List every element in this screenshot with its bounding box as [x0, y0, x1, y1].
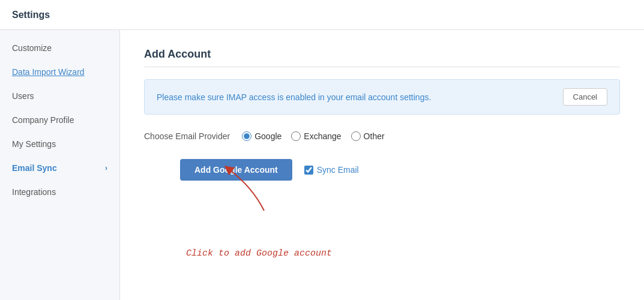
- page-title: Settings: [12, 10, 50, 20]
- sync-email-text: Sync Email: [317, 165, 359, 175]
- radio-exchange-label: Exchange: [304, 131, 341, 141]
- sidebar-item-label: Email Sync: [12, 163, 57, 173]
- section-title: Add Account: [144, 48, 620, 61]
- sidebar-item-label: Data Import Wizard: [12, 67, 85, 77]
- sync-email-label[interactable]: Sync Email: [304, 165, 359, 175]
- sidebar-item-data-import-wizard[interactable]: Data Import Wizard: [0, 60, 119, 84]
- annotation-text: Click to add Google account: [186, 248, 332, 259]
- info-banner-text: Please make sure IMAP access is enabled …: [157, 92, 431, 102]
- provider-row: Choose Email Provider Google Exchange Ot…: [144, 131, 620, 141]
- sidebar-item-integrations[interactable]: Integrations: [0, 180, 119, 204]
- info-banner: Please make sure IMAP access is enabled …: [144, 79, 620, 115]
- radio-other[interactable]: [351, 131, 361, 141]
- radio-exchange[interactable]: [291, 131, 301, 141]
- radio-group: Google Exchange Other: [242, 131, 384, 141]
- radio-other-label: Other: [364, 131, 385, 141]
- radio-option-google[interactable]: Google: [242, 131, 281, 141]
- annotation-area: Click to add Google account: [180, 199, 620, 259]
- radio-option-exchange[interactable]: Exchange: [291, 131, 341, 141]
- chevron-right-icon: ›: [105, 164, 107, 172]
- sidebar-item-label: My Settings: [12, 139, 56, 149]
- sidebar: Customize Data Import Wizard Users Compa…: [0, 30, 120, 300]
- top-bar: Settings: [0, 0, 644, 30]
- radio-option-other[interactable]: Other: [351, 131, 385, 141]
- sidebar-item-label: Company Profile: [12, 115, 74, 125]
- sidebar-item-users[interactable]: Users: [0, 84, 119, 108]
- sidebar-item-company-profile[interactable]: Company Profile: [0, 108, 119, 132]
- sidebar-item-customize[interactable]: Customize: [0, 36, 119, 60]
- arrow-annotation-svg: [216, 163, 312, 217]
- sidebar-item-email-sync[interactable]: Email Sync ›: [0, 156, 119, 180]
- radio-google[interactable]: [242, 131, 251, 141]
- cancel-button[interactable]: Cancel: [563, 88, 607, 106]
- section-divider: [144, 67, 620, 67]
- content-area: Customize Data Import Wizard Users Compa…: [0, 30, 644, 300]
- radio-google-label: Google: [254, 131, 281, 141]
- main-content: Add Account Please make sure IMAP access…: [120, 30, 644, 300]
- provider-label: Choose Email Provider: [144, 131, 230, 141]
- sidebar-item-my-settings[interactable]: My Settings: [0, 132, 119, 156]
- sidebar-item-label: Integrations: [12, 187, 56, 197]
- sidebar-item-label: Customize: [12, 43, 52, 53]
- sidebar-item-label: Users: [12, 91, 34, 101]
- app-layout: Settings Customize Data Import Wizard Us…: [0, 0, 644, 300]
